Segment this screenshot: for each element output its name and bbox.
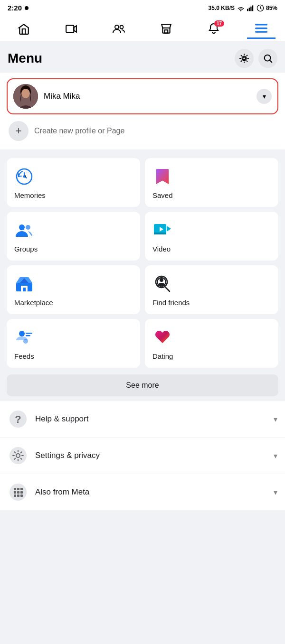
profile-section: Mika Mika ▾ + Create new profile or Page bbox=[0, 73, 285, 149]
memories-icon bbox=[14, 167, 34, 187]
status-battery: 85% bbox=[266, 5, 277, 11]
hamburger-icon bbox=[255, 21, 268, 35]
svg-rect-1 bbox=[249, 8, 250, 11]
memories-label: Memories bbox=[14, 191, 46, 199]
nav-store[interactable] bbox=[152, 19, 180, 38]
settings-chevron-icon: ▾ bbox=[274, 451, 277, 460]
header-icons bbox=[235, 49, 277, 68]
menu-item-find-friends[interactable]: Find friends bbox=[145, 265, 278, 314]
status-dot bbox=[25, 6, 28, 10]
create-profile-label: Create new profile or Page bbox=[34, 127, 124, 135]
svg-rect-45 bbox=[20, 491, 23, 494]
nav-menu[interactable] bbox=[247, 19, 276, 39]
help-support-row[interactable]: ? Help & support ▾ bbox=[0, 401, 285, 438]
nav-bar: 17 bbox=[0, 15, 285, 41]
search-icon bbox=[263, 53, 273, 64]
profile-dropdown-button[interactable]: ▾ bbox=[256, 89, 272, 104]
video-menu-icon bbox=[152, 220, 172, 240]
gear-icon bbox=[239, 53, 249, 64]
svg-point-7 bbox=[120, 25, 124, 28]
page-title: Menu bbox=[8, 51, 42, 66]
svg-rect-5 bbox=[66, 25, 74, 32]
status-time: 2:20 bbox=[8, 4, 22, 12]
groups-icon bbox=[14, 220, 34, 240]
marketplace-icon bbox=[14, 274, 34, 294]
svg-point-20 bbox=[26, 225, 30, 230]
menu-item-video[interactable]: Video bbox=[145, 212, 278, 261]
menu-item-dating[interactable]: Dating bbox=[145, 319, 278, 368]
menu-grid: Memories Saved bbox=[0, 153, 285, 373]
nav-video[interactable] bbox=[57, 19, 86, 38]
plus-icon: + bbox=[9, 121, 28, 141]
menu-item-feeds[interactable]: Feeds bbox=[7, 319, 140, 368]
svg-rect-8 bbox=[165, 30, 168, 33]
meta-icon bbox=[8, 482, 28, 503]
video-label: Video bbox=[152, 245, 171, 253]
avatar bbox=[13, 84, 38, 109]
store-icon bbox=[160, 22, 173, 36]
svg-marker-23 bbox=[167, 226, 171, 232]
bottom-section: ? Help & support ▾ Settings & privacy ▾ bbox=[0, 401, 285, 510]
marketplace-label: Marketplace bbox=[14, 299, 53, 307]
svg-rect-42 bbox=[20, 488, 23, 490]
avatar-image bbox=[13, 84, 38, 109]
svg-rect-46 bbox=[14, 495, 16, 497]
notification-badge: 17 bbox=[214, 20, 224, 27]
nav-friends[interactable] bbox=[104, 19, 133, 38]
find-friends-icon bbox=[152, 274, 172, 294]
svg-rect-3 bbox=[252, 5, 253, 11]
status-bar: 2:20 35.0 KB/S 85% bbox=[0, 0, 285, 15]
svg-point-37 bbox=[10, 447, 27, 464]
menu-item-marketplace[interactable]: Marketplace bbox=[7, 265, 140, 314]
also-from-meta-row[interactable]: Also from Meta ▾ bbox=[0, 474, 285, 510]
svg-rect-9 bbox=[255, 24, 267, 25]
signal-icon bbox=[247, 5, 255, 11]
menu-item-saved[interactable]: Saved bbox=[145, 158, 278, 207]
dating-label: Dating bbox=[152, 352, 173, 360]
profile-card[interactable]: Mika Mika ▾ bbox=[7, 78, 278, 114]
dating-icon bbox=[152, 327, 172, 347]
search-button[interactable] bbox=[258, 49, 277, 68]
help-chevron-icon: ▾ bbox=[274, 415, 277, 424]
svg-rect-22 bbox=[154, 233, 166, 234]
svg-rect-27 bbox=[23, 288, 26, 291]
svg-point-31 bbox=[19, 331, 25, 336]
svg-rect-0 bbox=[247, 9, 248, 11]
status-right: 35.0 KB/S 85% bbox=[209, 4, 277, 12]
help-icon: ? bbox=[8, 409, 28, 429]
svg-point-12 bbox=[243, 57, 246, 60]
page-header: Menu bbox=[0, 42, 285, 73]
help-support-label: Help & support bbox=[35, 414, 274, 424]
settings-button[interactable] bbox=[235, 49, 254, 68]
see-more-button[interactable]: See more bbox=[7, 374, 278, 396]
svg-point-16 bbox=[21, 89, 30, 98]
home-icon bbox=[17, 22, 30, 36]
friends-icon bbox=[112, 22, 125, 36]
svg-point-6 bbox=[115, 25, 119, 29]
saved-icon bbox=[152, 167, 172, 187]
svg-rect-34 bbox=[26, 335, 30, 336]
status-left: 2:20 bbox=[8, 4, 28, 12]
menu-item-memories[interactable]: Memories bbox=[7, 158, 140, 207]
create-profile-row[interactable]: + Create new profile or Page bbox=[7, 118, 278, 144]
svg-point-29 bbox=[160, 278, 163, 282]
battery-clock-icon bbox=[256, 4, 264, 12]
feeds-icon bbox=[14, 327, 34, 347]
nav-home[interactable] bbox=[10, 19, 38, 38]
svg-rect-40 bbox=[14, 488, 16, 490]
svg-rect-2 bbox=[250, 6, 251, 11]
svg-point-19 bbox=[19, 224, 25, 230]
settings-privacy-label: Settings & privacy bbox=[35, 451, 274, 460]
nav-notifications[interactable]: 17 bbox=[200, 19, 228, 38]
wifi-icon bbox=[237, 5, 245, 11]
svg-rect-48 bbox=[20, 495, 23, 497]
settings-privacy-row[interactable]: Settings & privacy ▾ bbox=[0, 438, 285, 474]
svg-rect-11 bbox=[255, 31, 267, 33]
svg-rect-10 bbox=[255, 28, 267, 29]
svg-rect-33 bbox=[26, 333, 32, 334]
menu-item-groups[interactable]: Groups bbox=[7, 212, 140, 261]
profile-name: Mika Mika bbox=[44, 92, 256, 101]
settings-privacy-icon bbox=[8, 445, 28, 466]
feeds-label: Feeds bbox=[14, 352, 34, 360]
svg-rect-47 bbox=[17, 495, 19, 497]
